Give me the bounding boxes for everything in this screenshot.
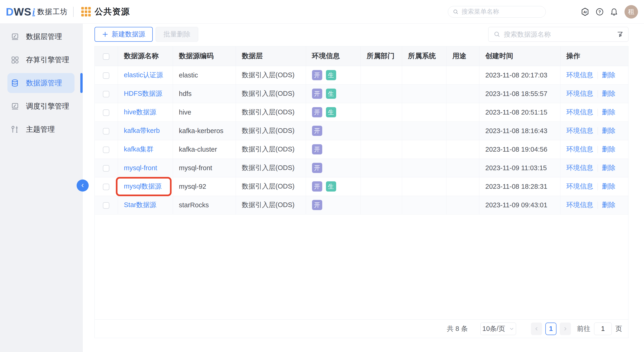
brand-logo: DWS i 数据工坊 公共资源 [6, 6, 130, 17]
datasource-name-link[interactable]: Star数据源 [124, 201, 156, 208]
usage-cell [446, 140, 479, 159]
sidebar-collapse-button[interactable] [76, 179, 89, 191]
table-row: hive数据源hive数据引入层(ODS)开生2023-11-08 20:51:… [95, 103, 628, 122]
delete-link[interactable]: 删除 [602, 182, 616, 190]
env-info-link[interactable]: 环境信息 [566, 201, 594, 208]
row-checkbox[interactable] [103, 72, 109, 79]
created-time-cell: 2023-11-08 18:55:57 [479, 84, 560, 103]
row-checkbox[interactable] [103, 202, 109, 209]
page-size-select[interactable]: 10条/页 [480, 323, 516, 335]
env-info-link[interactable]: 环境信息 [566, 71, 594, 79]
menu-search-box[interactable] [448, 6, 546, 18]
page-number-1[interactable]: 1 [545, 323, 556, 335]
datasource-name-link[interactable]: elastic认证源 [124, 71, 163, 79]
brand-name: 数据工坊 [37, 7, 68, 17]
row-checkbox[interactable] [103, 147, 109, 153]
usage-cell [446, 122, 479, 140]
datasource-name-link[interactable]: kafka集群 [124, 145, 154, 153]
datasource-search-box[interactable] [488, 27, 628, 42]
ai-assistant-icon[interactable]: AI [580, 7, 590, 16]
datasource-search-input[interactable] [504, 31, 613, 38]
sidebar-item-label: 存算引擎管理 [26, 55, 69, 65]
column-header-env: 环境信息 [306, 46, 360, 66]
datasource-name-link[interactable]: HDFS数据源 [124, 90, 162, 97]
datasource-name-cell: mysql数据源 [118, 177, 173, 196]
env-info-link[interactable]: 环境信息 [566, 108, 594, 116]
department-cell [360, 196, 402, 214]
env-info-link[interactable]: 环境信息 [566, 145, 594, 153]
delete-link[interactable]: 删除 [602, 164, 616, 171]
env-info-cell: 开生 [306, 177, 360, 196]
datasource-code-cell: hdfs [173, 84, 236, 103]
filter-funnel-icon[interactable] [616, 31, 624, 38]
data-layer-cell: 数据引入层(ODS) [236, 66, 306, 84]
svg-text:AI: AI [584, 10, 587, 14]
datasource-code-cell: hive [173, 103, 236, 122]
delete-link[interactable]: 删除 [602, 127, 616, 134]
storage-compute-engine-icon [11, 56, 19, 64]
sidebar-item-label: 数据源管理 [26, 78, 62, 88]
row-checkbox-cell [95, 122, 118, 140]
action-divider [598, 201, 598, 209]
env-tag: 开 [312, 144, 322, 155]
datasource-name-link[interactable]: mysql-front [124, 164, 157, 172]
sidebar-item-storage-compute-engine[interactable]: 存算引擎管理 [0, 48, 82, 71]
table-header-row: 数据源名称 数据源编码 数据层 环境信息 所属部门 所属系统 用途 创建时间 操… [95, 46, 628, 66]
datasource-code-cell: kafka-cluster [173, 140, 236, 159]
row-checkbox-cell [95, 177, 118, 196]
actions-cell: 环境信息删除 [560, 103, 628, 122]
datasource-table: 数据源名称 数据源编码 数据层 环境信息 所属部门 所属系统 用途 创建时间 操… [95, 46, 628, 214]
system-cell [402, 66, 446, 84]
sidebar-item-label: 数据层管理 [26, 32, 62, 41]
action-divider [598, 146, 598, 153]
sidebar-item-datasource-management[interactable]: 数据源管理 [0, 71, 82, 95]
env-info-link[interactable]: 环境信息 [566, 127, 594, 134]
action-divider [598, 165, 598, 172]
datasource-name-link[interactable]: hive数据源 [124, 108, 156, 116]
env-tag: 开 [312, 126, 322, 136]
delete-link[interactable]: 删除 [602, 145, 616, 153]
env-tag: 生 [326, 181, 336, 191]
row-checkbox[interactable] [103, 91, 109, 97]
notifications-bell-icon[interactable] [610, 8, 618, 16]
table-row: mysql-frontmysql-front数据引入层(ODS)开2023-11… [95, 159, 628, 177]
prev-page-button[interactable] [531, 323, 542, 335]
usage-cell [446, 84, 479, 103]
sidebar-item-data-layer[interactable]: 数据层管理 [0, 25, 82, 48]
new-datasource-button[interactable]: 新建数据源 [94, 27, 153, 42]
delete-link[interactable]: 删除 [602, 90, 616, 97]
row-checkbox[interactable] [103, 128, 109, 135]
delete-link[interactable]: 删除 [602, 201, 616, 208]
row-checkbox[interactable] [103, 109, 109, 116]
sidebar-item-theme-management[interactable]: 主题管理 [0, 118, 82, 141]
department-cell [360, 84, 402, 103]
app-grid-icon[interactable] [81, 7, 91, 16]
row-checkbox[interactable] [103, 184, 109, 190]
actions-cell: 环境信息删除 [560, 159, 628, 177]
goto-page-input[interactable] [594, 323, 612, 335]
action-divider [598, 109, 598, 116]
env-info-link[interactable]: 环境信息 [566, 90, 594, 97]
env-tag: 开 [312, 89, 322, 99]
env-tag: 开 [312, 107, 322, 117]
next-page-button[interactable] [560, 323, 571, 335]
row-checkbox[interactable] [103, 165, 109, 172]
sidebar-item-scheduler-engine[interactable]: 调度引擎管理 [0, 95, 82, 118]
env-info-link[interactable]: 环境信息 [566, 182, 594, 190]
batch-delete-button[interactable]: 批量删除 [156, 27, 198, 42]
department-cell [360, 177, 402, 196]
usage-cell [446, 103, 479, 122]
help-icon[interactable]: ? [596, 8, 604, 16]
datasource-name-link[interactable]: mysql数据源 [124, 182, 162, 190]
delete-link[interactable]: 删除 [602, 108, 616, 116]
menu-search-input[interactable] [462, 8, 544, 15]
env-info-link[interactable]: 环境信息 [566, 164, 594, 171]
scheduler-engine-icon [11, 102, 19, 110]
select-all-checkbox[interactable] [103, 53, 109, 60]
user-avatar[interactable]: 租 [624, 5, 638, 18]
actions-cell: 环境信息删除 [560, 66, 628, 84]
system-cell [402, 140, 446, 159]
datasource-name-link[interactable]: kafka带kerb [124, 127, 160, 134]
delete-link[interactable]: 删除 [602, 71, 616, 79]
env-info-cell: 开生 [306, 84, 360, 103]
